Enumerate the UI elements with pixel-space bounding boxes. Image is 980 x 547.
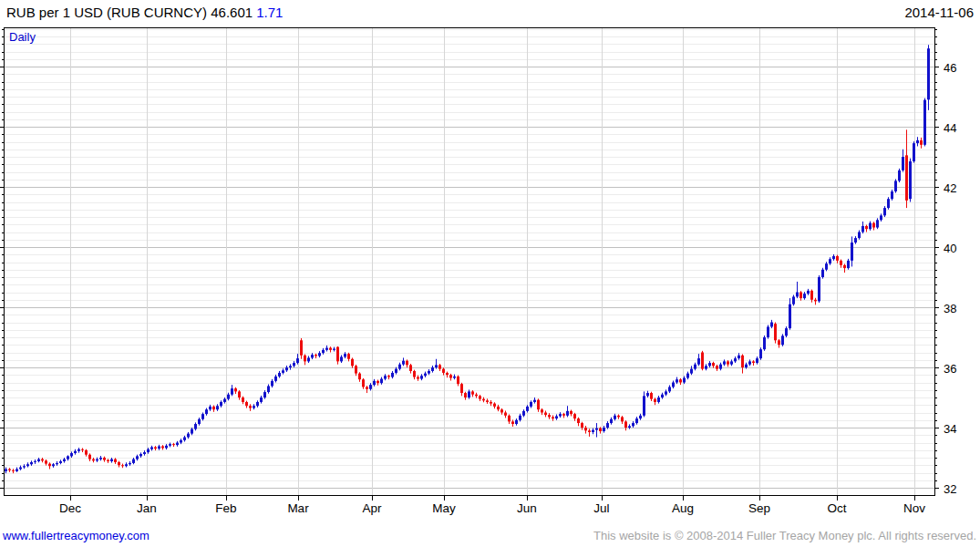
candle-up	[278, 373, 281, 377]
candle-up	[767, 326, 769, 337]
candle-up	[789, 304, 791, 328]
candle-up	[683, 378, 686, 383]
candle-up	[923, 100, 926, 145]
candle-up	[909, 161, 912, 199]
candle-down	[329, 348, 332, 350]
candle-up	[880, 215, 882, 220]
candle-up	[796, 293, 799, 297]
x-axis-label: Jun	[517, 501, 537, 515]
candle-up	[63, 459, 66, 461]
candle-up	[191, 429, 193, 434]
candle-down	[88, 455, 91, 459]
y-axis-label: 36	[944, 362, 956, 376]
candle-up	[916, 140, 919, 143]
candle-up	[807, 291, 810, 294]
candle-down	[81, 449, 84, 450]
candle-up	[894, 181, 897, 191]
candle-down	[234, 388, 237, 391]
candle-up	[125, 464, 128, 466]
candle-up	[745, 365, 748, 367]
candle-up	[311, 355, 314, 357]
candle-down	[446, 373, 449, 375]
candle-down	[107, 460, 109, 461]
candle-up	[661, 395, 664, 397]
candle-up	[851, 243, 853, 261]
website-link[interactable]: www.fullertreacymoney.com	[3, 529, 150, 542]
candle-up	[19, 468, 22, 470]
candle-down	[617, 416, 620, 418]
candle-up	[37, 459, 40, 461]
candle-down	[442, 369, 445, 373]
candle-down	[712, 363, 715, 366]
candle-up	[858, 232, 861, 239]
candle-down	[701, 353, 704, 369]
x-axis-label: Oct	[827, 501, 846, 515]
candle-up	[902, 157, 904, 170]
candle-up	[676, 379, 678, 382]
candle-up	[420, 376, 423, 378]
candle-up	[861, 226, 864, 232]
x-axis-label: Jan	[137, 501, 157, 515]
candle-up	[187, 434, 190, 438]
candle-up	[220, 402, 222, 406]
candle-up	[395, 369, 397, 373]
candle-up	[194, 424, 197, 429]
candle-up	[792, 296, 795, 304]
candle-up	[686, 374, 689, 378]
candle-up	[690, 369, 693, 374]
candle-up	[293, 363, 295, 366]
candle-down	[570, 411, 573, 414]
candle-down	[716, 366, 718, 368]
candle-up	[333, 349, 335, 350]
candle-up	[708, 363, 711, 366]
candle-down	[449, 375, 452, 377]
candle-up	[628, 426, 631, 428]
candle-up	[271, 381, 273, 387]
candle-up	[110, 459, 113, 461]
candle-down	[490, 402, 492, 404]
candle-down	[836, 256, 839, 261]
candle-up	[402, 361, 405, 365]
candle-up	[340, 356, 343, 361]
candle-up	[201, 414, 204, 419]
candle-down	[103, 458, 106, 460]
y-axis-label: 44	[944, 121, 956, 135]
candle-down	[778, 340, 780, 345]
candle-up	[256, 402, 259, 406]
candle-up	[231, 388, 233, 395]
candle-down	[355, 366, 357, 373]
candle-up	[307, 357, 310, 361]
candle-down	[245, 402, 248, 406]
candle-up	[555, 416, 558, 418]
candle-up	[30, 462, 33, 464]
x-axis-label: Jul	[593, 501, 609, 515]
x-axis-label: May	[432, 501, 456, 515]
candle-up	[26, 464, 29, 466]
axes	[0, 28, 939, 501]
candle-down	[548, 415, 551, 417]
candlestick-chart: 3234363840424446DecJanFebMarAprMayJunJul…	[0, 0, 980, 520]
candle-up	[803, 294, 806, 298]
candle-up	[913, 143, 915, 161]
candle-up	[530, 402, 532, 407]
candle-up	[719, 365, 722, 369]
candle-down	[493, 404, 496, 407]
candle-down	[544, 413, 547, 416]
candle-up	[847, 261, 850, 268]
candle-up	[665, 391, 667, 394]
candle-up	[70, 453, 73, 456]
x-axis-label: Feb	[215, 501, 236, 515]
candle-up	[694, 365, 696, 369]
candle-up	[205, 409, 208, 414]
candle-up	[227, 395, 230, 399]
candle-down	[588, 430, 591, 432]
chart-page: RUB per 1 USD (RUB CURNCY) 46.601 1.71 2…	[0, 0, 980, 547]
candle-up	[344, 354, 346, 356]
candle-down	[599, 428, 602, 431]
candle-up	[453, 377, 456, 378]
candle-up	[657, 397, 660, 402]
candle-up	[322, 350, 325, 353]
candle-down	[654, 399, 656, 402]
axis-labels: 3234363840424446DecJanFebMarAprMayJunJul…	[59, 61, 956, 516]
candle-up	[325, 348, 328, 350]
